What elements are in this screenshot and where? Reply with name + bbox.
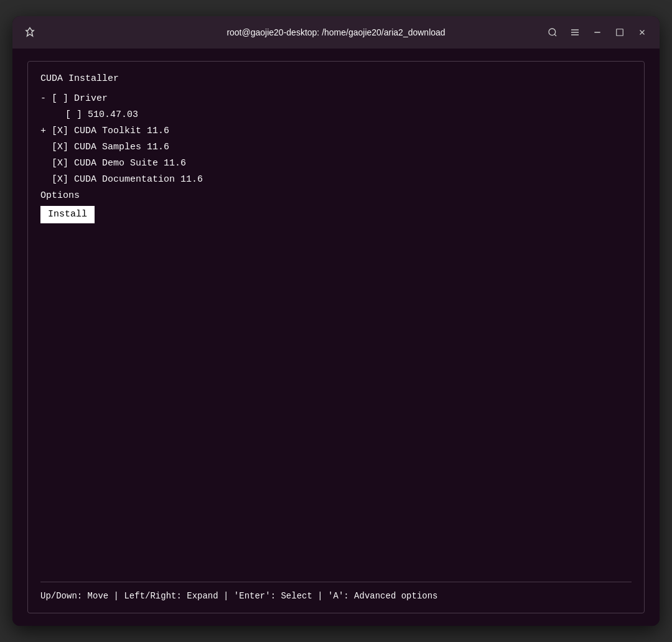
terminal-content: CUDA Installer - [ ] Driver [ ] 510.47.0… <box>27 61 645 613</box>
menu-item-driver-version[interactable]: [ ] 510.47.03 <box>40 108 632 123</box>
maximize-button[interactable] <box>610 22 630 42</box>
menu-item-cuda-samples[interactable]: [X] CUDA Samples 11.6 <box>40 140 632 155</box>
close-button[interactable] <box>632 22 652 42</box>
menu-button[interactable] <box>565 22 585 42</box>
menu-item-driver[interactable]: - [ ] Driver <box>40 91 632 106</box>
search-button[interactable] <box>543 22 562 42</box>
titlebar: root@gaojie20-desktop: /home/gaojie20/ar… <box>12 16 660 49</box>
content-area: CUDA Installer - [ ] Driver [ ] 510.47.0… <box>40 72 632 577</box>
pin-icon[interactable] <box>20 22 40 42</box>
install-button[interactable]: Install <box>40 206 95 223</box>
titlebar-left <box>20 22 40 42</box>
terminal-window: root@gaojie20-desktop: /home/gaojie20/ar… <box>12 16 660 626</box>
menu-item-cuda-demo[interactable]: [X] CUDA Demo Suite 11.6 <box>40 156 632 171</box>
status-text: Up/Down: Move | Left/Right: Expand | 'En… <box>40 591 438 601</box>
menu-item-cuda-toolkit[interactable]: + [X] CUDA Toolkit 11.6 <box>40 124 632 139</box>
svg-rect-6 <box>617 29 623 36</box>
svg-point-0 <box>549 29 556 35</box>
minimize-button[interactable] <box>587 22 607 42</box>
svg-line-1 <box>554 34 556 36</box>
menu-item-cuda-docs[interactable]: [X] CUDA Documentation 11.6 <box>40 172 632 187</box>
menu-item-options[interactable]: Options <box>40 188 632 203</box>
window-title: root@gaojie20-desktop: /home/gaojie20/ar… <box>226 27 445 37</box>
titlebar-controls <box>543 22 652 42</box>
status-bar: Up/Down: Move | Left/Right: Expand | 'En… <box>40 582 632 603</box>
terminal-body: CUDA Installer - [ ] Driver [ ] 510.47.0… <box>12 49 660 626</box>
installer-title: CUDA Installer <box>40 72 632 86</box>
